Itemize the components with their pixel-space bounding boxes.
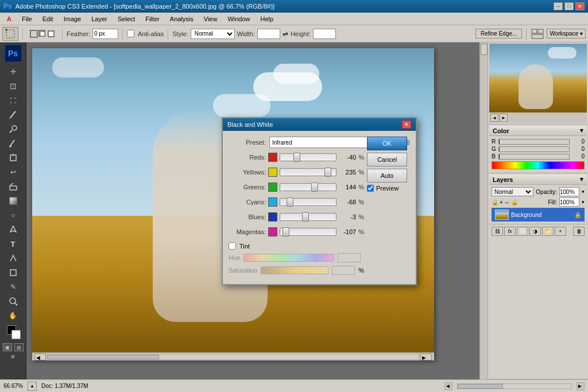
cyans-slider[interactable] [280,198,336,206]
scroll-thumb-h[interactable] [48,355,159,359]
tool-notes[interactable]: ✎ [6,280,21,294]
minimize-button[interactable]: ─ [554,2,563,10]
adjustment-btn[interactable]: ◑ [529,227,541,236]
scroll-h-right[interactable]: ► [577,382,585,390]
style-select[interactable]: Normal Fixed Ratio Fixed Size [191,29,235,39]
tool-eyedropper[interactable] [6,108,21,122]
tool-clone[interactable] [6,151,21,165]
layers-panel-arrow[interactable]: ▾ [580,176,583,183]
scroll-h-left[interactable]: ◄ [444,382,452,390]
menu-image[interactable]: Image [59,14,86,24]
menu-select[interactable]: Select [113,14,140,24]
tool-move[interactable]: ✛ [6,65,21,79]
ok-button[interactable]: OK [367,137,407,150]
menu-layer[interactable]: Layer [87,14,112,24]
lock-icon-1[interactable]: 🔒 [492,199,498,205]
menu-view[interactable]: View [199,14,222,24]
feather-input[interactable] [92,29,118,39]
tool-history[interactable]: ↩ [6,165,21,179]
reds-slider[interactable] [280,153,336,161]
panel-expand[interactable]: ► [500,114,508,122]
scroll-track[interactable] [47,354,419,360]
horizontal-scrollbar[interactable]: ◄ ► [32,352,434,360]
opacity-arrow[interactable]: ▾ [582,189,585,195]
cancel-button[interactable]: Cancel [367,153,407,166]
greens-slider[interactable] [280,183,336,191]
tool-brush[interactable] [6,137,21,150]
close-button[interactable]: ✕ [575,2,585,10]
scroll-thumb-v[interactable] [481,44,488,55]
auto-button[interactable]: Auto [367,169,407,183]
r-bar-track[interactable] [498,139,570,145]
fill-arrow[interactable]: ▾ [582,199,585,205]
dialog-title-bar[interactable]: Black and White ✕ [223,118,416,131]
quick-mask-off[interactable]: ▣ [3,343,12,351]
width-input[interactable] [257,29,280,39]
color-panel-arrow[interactable]: ▾ [580,127,583,134]
refine-edge-button[interactable]: Refine Edge... [475,29,522,38]
tool-healing[interactable] [6,122,21,136]
opacity-input[interactable] [559,187,579,196]
anti-alias-checkbox[interactable] [127,30,134,37]
saturation-slider[interactable] [261,266,328,274]
panel-minimize[interactable]: ◄ [490,114,498,122]
hue-slider[interactable] [243,254,334,262]
menu-analysis[interactable]: Analysis [165,14,198,24]
swap-icon[interactable]: ⇌ [283,30,288,38]
link-layers-btn[interactable]: ⛓ [492,227,503,236]
h-scroll-track[interactable] [457,383,572,389]
magentas-slider[interactable] [280,228,336,236]
h-scroll-thumb[interactable] [458,384,503,389]
fx-btn[interactable]: fx [504,227,516,236]
tool-path-select[interactable] [6,251,21,265]
scroll-right-btn[interactable]: ► [420,354,432,360]
menu-edit[interactable]: Edit [38,14,58,24]
restore-button[interactable]: □ [564,2,574,10]
tool-zoom[interactable] [6,294,21,308]
group-btn[interactable]: 📁 [542,227,554,236]
reds-thumb[interactable] [293,153,300,162]
hue-input[interactable] [338,253,361,262]
tool-gradient[interactable] [6,194,21,208]
background-color[interactable] [11,330,21,339]
tool-eraser[interactable] [6,180,21,193]
toolbar-icon-set[interactable] [27,28,58,40]
tool-hand[interactable]: ✋ [6,309,21,323]
vertical-scrollbar[interactable] [479,42,488,379]
menu-adobe[interactable]: A [2,14,16,24]
tool-dodge[interactable]: ○ [6,208,21,222]
zoom-status-btn[interactable]: ▲ [28,382,37,391]
blues-slider[interactable] [280,213,336,221]
dialog-close-button[interactable]: ✕ [402,121,411,129]
layer-background[interactable]: Background 🔒 [492,208,585,222]
menu-window[interactable]: Window [223,14,254,24]
tool-text[interactable]: T [6,237,21,251]
mask-btn[interactable]: ⬜ [517,227,528,236]
lock-icon-4[interactable]: 🔒 [511,199,518,205]
fill-input[interactable] [559,197,579,207]
blend-mode-select[interactable]: Normal Multiply Screen [492,187,533,196]
tool-shape[interactable] [6,266,21,280]
tool-pen[interactable] [6,223,21,236]
yellows-thumb[interactable] [324,168,331,177]
tool-lasso[interactable]: ⊡ [6,79,21,93]
yellows-slider[interactable] [280,168,336,176]
cyans-thumb[interactable] [287,197,293,207]
saturation-input[interactable] [332,266,355,275]
preview-checkbox[interactable] [367,185,374,192]
b-bar-track[interactable] [498,154,570,160]
menu-filter[interactable]: Filter [141,14,164,24]
toolbar-marquee-tool[interactable] [2,27,18,41]
scroll-left-btn[interactable]: ◄ [34,354,46,360]
lock-icon-3[interactable]: ↔ [504,199,510,205]
tint-checkbox[interactable] [229,242,236,250]
tool-crop[interactable]: ⛶ [6,94,21,107]
menu-help[interactable]: Help [256,14,278,24]
g-bar-track[interactable] [498,146,570,152]
lock-icon-2[interactable]: + [500,199,503,205]
greens-thumb[interactable] [311,183,318,192]
workspace-button[interactable]: Workspace ▾ [547,29,586,38]
screen-mode[interactable]: ⊞ [11,354,15,359]
magentas-thumb[interactable] [283,227,289,236]
blues-thumb[interactable] [302,212,309,222]
